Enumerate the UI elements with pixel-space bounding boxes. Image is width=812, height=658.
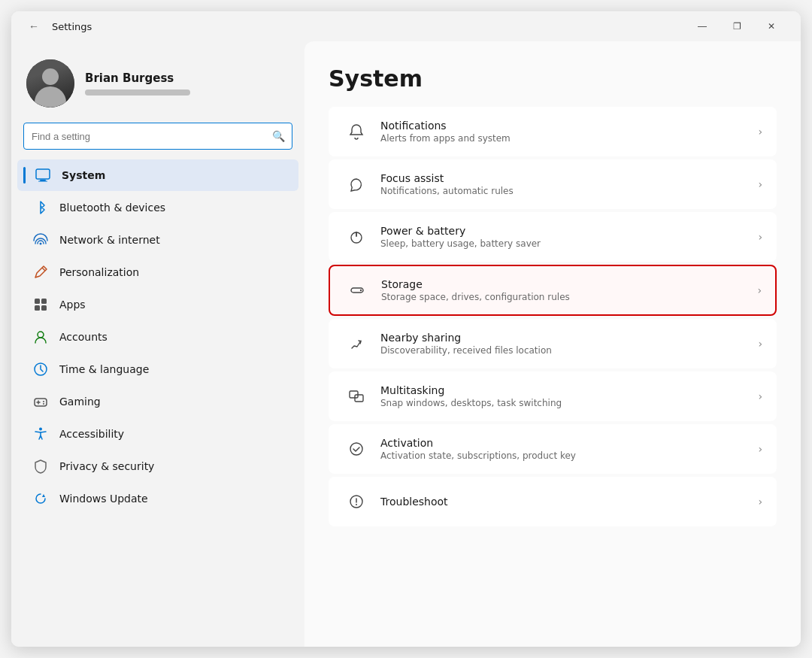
svg-point-11	[43, 401, 44, 402]
nav-label-apps: Apps	[59, 299, 86, 311]
setting-desc-power: Sleep, battery usage, battery saver	[380, 238, 752, 249]
setting-item-storage[interactable]: Storage Storage space, drives, configura…	[329, 265, 777, 316]
setting-name-notifications: Notifications	[380, 120, 752, 132]
sidebar-item-personalization[interactable]: Personalization	[17, 256, 298, 288]
avatar	[26, 59, 74, 108]
setting-icon-multitasking	[343, 383, 370, 410]
nav-icon-time	[32, 361, 49, 378]
titlebar-controls: — ❐ ✕	[685, 14, 789, 38]
chevron-icon-notifications: ›	[758, 126, 762, 138]
user-email-redacted	[85, 89, 190, 96]
setting-desc-activation: Activation state, subscriptions, product…	[380, 450, 752, 461]
active-indicator	[23, 167, 26, 183]
maximize-button[interactable]: ❐	[720, 14, 754, 38]
setting-icon-notifications	[343, 118, 370, 145]
search-icon: 🔍	[272, 130, 285, 142]
setting-name-storage: Storage	[381, 278, 751, 290]
main-content: System Notifications Alerts from apps an…	[304, 41, 801, 647]
close-button[interactable]: ✕	[754, 14, 789, 38]
svg-rect-0	[36, 169, 50, 179]
nav-icon-personalization	[32, 264, 49, 280]
user-info: Brian Burgess	[85, 71, 190, 96]
nav-icon-network	[32, 232, 49, 248]
setting-item-activation[interactable]: Activation Activation state, subscriptio…	[329, 424, 777, 474]
sidebar-item-bluetooth[interactable]: Bluetooth & devices	[17, 192, 298, 223]
setting-text-activation: Activation Activation state, subscriptio…	[380, 437, 752, 461]
sidebar-item-system[interactable]: System	[17, 159, 298, 191]
setting-icon-focus	[343, 171, 370, 198]
sidebar-item-network[interactable]: Network & internet	[17, 224, 298, 256]
setting-desc-multitasking: Snap windows, desktops, task switching	[380, 398, 752, 408]
svg-point-16	[360, 290, 362, 291]
chevron-icon-focus: ›	[758, 178, 762, 190]
nav-icon-update	[32, 490, 49, 507]
setting-desc-storage: Storage space, drives, configuration rul…	[381, 292, 751, 302]
nav-label-update: Windows Update	[59, 493, 148, 505]
chevron-icon-troubleshoot: ›	[758, 496, 762, 508]
setting-text-focus: Focus assist Notifications, automatic ru…	[380, 172, 752, 196]
sidebar-item-accounts[interactable]: Accounts	[17, 321, 298, 353]
svg-point-21	[356, 504, 357, 505]
user-name: Brian Burgess	[85, 71, 190, 85]
setting-item-focus[interactable]: Focus assist Notifications, automatic ru…	[329, 159, 777, 209]
setting-text-storage: Storage Storage space, drives, configura…	[381, 278, 751, 302]
setting-desc-notifications: Alerts from apps and system	[380, 133, 752, 144]
sidebar: Brian Burgess 🔍 SystemBluetooth & device…	[11, 41, 304, 647]
setting-text-power: Power & battery Sleep, battery usage, ba…	[380, 225, 752, 249]
setting-desc-focus: Notifications, automatic rules	[380, 186, 752, 196]
sidebar-item-update[interactable]: Windows Update	[17, 483, 298, 514]
sidebar-item-time[interactable]: Time & language	[17, 353, 298, 385]
nav-label-accounts: Accounts	[59, 331, 108, 343]
avatar-person-silhouette	[26, 59, 74, 108]
setting-item-notifications[interactable]: Notifications Alerts from apps and syste…	[329, 107, 777, 156]
setting-item-power[interactable]: Power & battery Sleep, battery usage, ba…	[329, 212, 777, 262]
nav-label-system: System	[62, 169, 105, 181]
setting-icon-power	[343, 223, 370, 250]
setting-item-multitasking[interactable]: Multitasking Snap windows, desktops, tas…	[329, 371, 777, 421]
nav-label-privacy: Privacy & security	[59, 460, 154, 472]
nav-icon-bluetooth	[32, 199, 49, 216]
svg-point-8	[38, 332, 44, 338]
chevron-icon-activation: ›	[758, 443, 762, 455]
svg-point-19	[350, 443, 362, 455]
nav-icon-apps	[32, 296, 49, 313]
setting-icon-storage	[344, 277, 371, 304]
setting-text-troubleshoot: Troubleshoot	[380, 496, 752, 508]
chevron-icon-storage: ›	[757, 284, 762, 296]
content-area: Brian Burgess 🔍 SystemBluetooth & device…	[11, 41, 801, 647]
setting-name-troubleshoot: Troubleshoot	[380, 496, 752, 508]
setting-icon-troubleshoot	[343, 488, 370, 515]
svg-point-13	[39, 428, 42, 431]
back-button[interactable]: ←	[23, 16, 44, 37]
chevron-icon-multitasking: ›	[758, 390, 762, 402]
svg-rect-6	[35, 305, 40, 311]
svg-rect-2	[38, 181, 47, 182]
setting-name-nearby: Nearby sharing	[380, 332, 752, 344]
sidebar-item-privacy[interactable]: Privacy & security	[17, 450, 298, 482]
nav-icon-gaming	[32, 393, 49, 410]
settings-list: Notifications Alerts from apps and syste…	[329, 107, 777, 526]
search-input[interactable]	[23, 123, 292, 150]
setting-item-troubleshoot[interactable]: Troubleshoot ›	[329, 477, 777, 526]
chevron-icon-nearby: ›	[758, 338, 762, 350]
user-section: Brian Burgess	[11, 47, 304, 123]
setting-name-focus: Focus assist	[380, 172, 752, 184]
nav-label-network: Network & internet	[59, 234, 160, 246]
titlebar: ← Settings — ❐ ✕	[11, 11, 801, 41]
setting-text-notifications: Notifications Alerts from apps and syste…	[380, 120, 752, 144]
sidebar-item-accessibility[interactable]: Accessibility	[17, 418, 298, 450]
minimize-button[interactable]: —	[685, 14, 720, 38]
nav-icon-system	[35, 167, 51, 183]
sidebar-item-gaming[interactable]: Gaming	[17, 386, 298, 417]
svg-rect-5	[41, 299, 47, 304]
sidebar-item-apps[interactable]: Apps	[17, 289, 298, 320]
search-box: 🔍	[23, 123, 292, 150]
setting-icon-nearby	[343, 330, 370, 357]
svg-rect-4	[35, 299, 40, 304]
setting-item-nearby[interactable]: Nearby sharing Discoverability, received…	[329, 319, 777, 368]
setting-desc-nearby: Discoverability, received files location	[380, 345, 752, 356]
titlebar-left: ← Settings	[23, 16, 92, 37]
nav-label-personalization: Personalization	[59, 266, 139, 278]
nav-label-time: Time & language	[59, 363, 149, 375]
chevron-icon-power: ›	[758, 231, 762, 243]
